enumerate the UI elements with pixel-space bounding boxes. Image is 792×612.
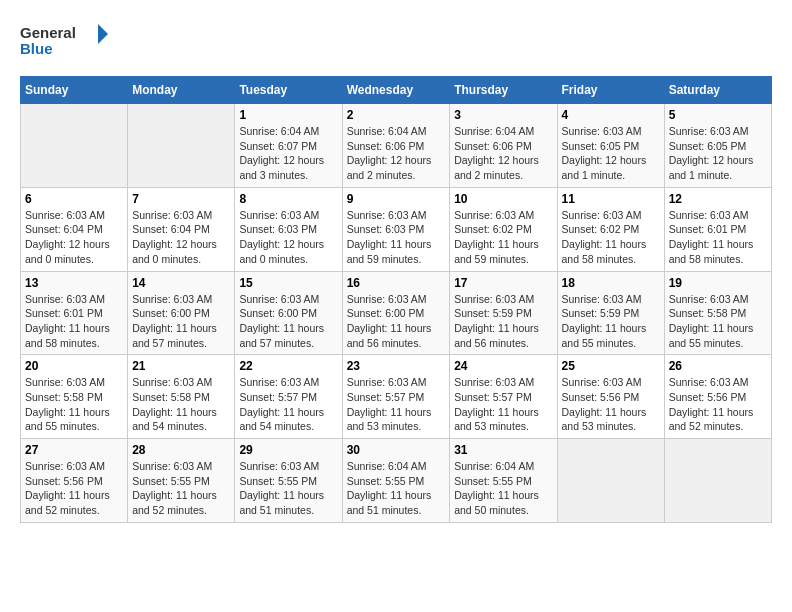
day-info: Sunrise: 6:03 AM Sunset: 5:55 PM Dayligh… xyxy=(239,459,337,518)
day-number: 23 xyxy=(347,359,446,373)
logo: General Blue xyxy=(20,20,110,60)
calendar-cell: 3Sunrise: 6:04 AM Sunset: 6:06 PM Daylig… xyxy=(450,104,557,188)
day-info: Sunrise: 6:03 AM Sunset: 5:57 PM Dayligh… xyxy=(239,375,337,434)
calendar-cell: 9Sunrise: 6:03 AM Sunset: 6:03 PM Daylig… xyxy=(342,187,450,271)
calendar-cell: 25Sunrise: 6:03 AM Sunset: 5:56 PM Dayli… xyxy=(557,355,664,439)
calendar-cell: 20Sunrise: 6:03 AM Sunset: 5:58 PM Dayli… xyxy=(21,355,128,439)
calendar-table: SundayMondayTuesdayWednesdayThursdayFrid… xyxy=(20,76,772,523)
column-header-saturday: Saturday xyxy=(664,77,771,104)
column-header-wednesday: Wednesday xyxy=(342,77,450,104)
logo-svg: General Blue xyxy=(20,20,110,60)
day-info: Sunrise: 6:04 AM Sunset: 6:06 PM Dayligh… xyxy=(347,124,446,183)
day-info: Sunrise: 6:03 AM Sunset: 5:58 PM Dayligh… xyxy=(25,375,123,434)
day-number: 4 xyxy=(562,108,660,122)
day-number: 28 xyxy=(132,443,230,457)
calendar-cell: 16Sunrise: 6:03 AM Sunset: 6:00 PM Dayli… xyxy=(342,271,450,355)
day-number: 20 xyxy=(25,359,123,373)
calendar-cell: 7Sunrise: 6:03 AM Sunset: 6:04 PM Daylig… xyxy=(128,187,235,271)
calendar-cell xyxy=(664,439,771,523)
day-info: Sunrise: 6:03 AM Sunset: 5:59 PM Dayligh… xyxy=(454,292,552,351)
calendar-cell: 5Sunrise: 6:03 AM Sunset: 6:05 PM Daylig… xyxy=(664,104,771,188)
day-number: 29 xyxy=(239,443,337,457)
calendar-cell: 4Sunrise: 6:03 AM Sunset: 6:05 PM Daylig… xyxy=(557,104,664,188)
calendar-cell: 18Sunrise: 6:03 AM Sunset: 5:59 PM Dayli… xyxy=(557,271,664,355)
calendar-cell: 31Sunrise: 6:04 AM Sunset: 5:55 PM Dayli… xyxy=(450,439,557,523)
calendar-cell: 29Sunrise: 6:03 AM Sunset: 5:55 PM Dayli… xyxy=(235,439,342,523)
week-row-4: 20Sunrise: 6:03 AM Sunset: 5:58 PM Dayli… xyxy=(21,355,772,439)
day-info: Sunrise: 6:04 AM Sunset: 6:06 PM Dayligh… xyxy=(454,124,552,183)
day-info: Sunrise: 6:03 AM Sunset: 6:00 PM Dayligh… xyxy=(347,292,446,351)
calendar-cell: 15Sunrise: 6:03 AM Sunset: 6:00 PM Dayli… xyxy=(235,271,342,355)
day-info: Sunrise: 6:04 AM Sunset: 5:55 PM Dayligh… xyxy=(347,459,446,518)
day-info: Sunrise: 6:03 AM Sunset: 6:02 PM Dayligh… xyxy=(454,208,552,267)
day-info: Sunrise: 6:03 AM Sunset: 6:04 PM Dayligh… xyxy=(25,208,123,267)
calendar-cell: 2Sunrise: 6:04 AM Sunset: 6:06 PM Daylig… xyxy=(342,104,450,188)
day-info: Sunrise: 6:03 AM Sunset: 5:57 PM Dayligh… xyxy=(454,375,552,434)
calendar-cell: 24Sunrise: 6:03 AM Sunset: 5:57 PM Dayli… xyxy=(450,355,557,439)
day-info: Sunrise: 6:03 AM Sunset: 5:56 PM Dayligh… xyxy=(669,375,767,434)
day-number: 8 xyxy=(239,192,337,206)
calendar-cell: 21Sunrise: 6:03 AM Sunset: 5:58 PM Dayli… xyxy=(128,355,235,439)
day-info: Sunrise: 6:03 AM Sunset: 6:03 PM Dayligh… xyxy=(239,208,337,267)
calendar-cell: 17Sunrise: 6:03 AM Sunset: 5:59 PM Dayli… xyxy=(450,271,557,355)
day-number: 24 xyxy=(454,359,552,373)
day-number: 1 xyxy=(239,108,337,122)
day-info: Sunrise: 6:03 AM Sunset: 5:56 PM Dayligh… xyxy=(562,375,660,434)
day-info: Sunrise: 6:03 AM Sunset: 5:59 PM Dayligh… xyxy=(562,292,660,351)
calendar-cell xyxy=(557,439,664,523)
week-row-2: 6Sunrise: 6:03 AM Sunset: 6:04 PM Daylig… xyxy=(21,187,772,271)
day-info: Sunrise: 6:03 AM Sunset: 6:05 PM Dayligh… xyxy=(562,124,660,183)
day-number: 31 xyxy=(454,443,552,457)
day-number: 5 xyxy=(669,108,767,122)
week-row-3: 13Sunrise: 6:03 AM Sunset: 6:01 PM Dayli… xyxy=(21,271,772,355)
calendar-cell: 22Sunrise: 6:03 AM Sunset: 5:57 PM Dayli… xyxy=(235,355,342,439)
calendar-cell: 28Sunrise: 6:03 AM Sunset: 5:55 PM Dayli… xyxy=(128,439,235,523)
day-info: Sunrise: 6:03 AM Sunset: 5:56 PM Dayligh… xyxy=(25,459,123,518)
svg-marker-2 xyxy=(98,24,108,44)
svg-text:Blue: Blue xyxy=(20,40,53,57)
day-info: Sunrise: 6:04 AM Sunset: 5:55 PM Dayligh… xyxy=(454,459,552,518)
day-info: Sunrise: 6:03 AM Sunset: 6:02 PM Dayligh… xyxy=(562,208,660,267)
calendar-cell: 6Sunrise: 6:03 AM Sunset: 6:04 PM Daylig… xyxy=(21,187,128,271)
day-number: 21 xyxy=(132,359,230,373)
day-info: Sunrise: 6:03 AM Sunset: 6:03 PM Dayligh… xyxy=(347,208,446,267)
day-number: 30 xyxy=(347,443,446,457)
calendar-cell xyxy=(128,104,235,188)
day-info: Sunrise: 6:03 AM Sunset: 5:57 PM Dayligh… xyxy=(347,375,446,434)
calendar-cell: 30Sunrise: 6:04 AM Sunset: 5:55 PM Dayli… xyxy=(342,439,450,523)
day-number: 16 xyxy=(347,276,446,290)
calendar-cell: 14Sunrise: 6:03 AM Sunset: 6:00 PM Dayli… xyxy=(128,271,235,355)
day-number: 18 xyxy=(562,276,660,290)
calendar-cell: 10Sunrise: 6:03 AM Sunset: 6:02 PM Dayli… xyxy=(450,187,557,271)
day-info: Sunrise: 6:03 AM Sunset: 6:01 PM Dayligh… xyxy=(669,208,767,267)
day-number: 11 xyxy=(562,192,660,206)
day-info: Sunrise: 6:03 AM Sunset: 6:00 PM Dayligh… xyxy=(132,292,230,351)
week-row-1: 1Sunrise: 6:04 AM Sunset: 6:07 PM Daylig… xyxy=(21,104,772,188)
column-header-thursday: Thursday xyxy=(450,77,557,104)
day-number: 19 xyxy=(669,276,767,290)
day-number: 25 xyxy=(562,359,660,373)
calendar-cell: 23Sunrise: 6:03 AM Sunset: 5:57 PM Dayli… xyxy=(342,355,450,439)
day-number: 2 xyxy=(347,108,446,122)
column-header-sunday: Sunday xyxy=(21,77,128,104)
day-number: 14 xyxy=(132,276,230,290)
column-header-monday: Monday xyxy=(128,77,235,104)
day-info: Sunrise: 6:04 AM Sunset: 6:07 PM Dayligh… xyxy=(239,124,337,183)
day-number: 6 xyxy=(25,192,123,206)
calendar-cell: 1Sunrise: 6:04 AM Sunset: 6:07 PM Daylig… xyxy=(235,104,342,188)
column-header-tuesday: Tuesday xyxy=(235,77,342,104)
day-number: 27 xyxy=(25,443,123,457)
calendar-cell: 12Sunrise: 6:03 AM Sunset: 6:01 PM Dayli… xyxy=(664,187,771,271)
page-header: General Blue xyxy=(20,20,772,60)
calendar-cell: 13Sunrise: 6:03 AM Sunset: 6:01 PM Dayli… xyxy=(21,271,128,355)
day-number: 17 xyxy=(454,276,552,290)
calendar-cell: 26Sunrise: 6:03 AM Sunset: 5:56 PM Dayli… xyxy=(664,355,771,439)
day-info: Sunrise: 6:03 AM Sunset: 6:05 PM Dayligh… xyxy=(669,124,767,183)
day-info: Sunrise: 6:03 AM Sunset: 5:58 PM Dayligh… xyxy=(132,375,230,434)
calendar-cell: 8Sunrise: 6:03 AM Sunset: 6:03 PM Daylig… xyxy=(235,187,342,271)
day-info: Sunrise: 6:03 AM Sunset: 6:00 PM Dayligh… xyxy=(239,292,337,351)
day-number: 12 xyxy=(669,192,767,206)
day-number: 22 xyxy=(239,359,337,373)
day-number: 7 xyxy=(132,192,230,206)
day-info: Sunrise: 6:03 AM Sunset: 5:55 PM Dayligh… xyxy=(132,459,230,518)
